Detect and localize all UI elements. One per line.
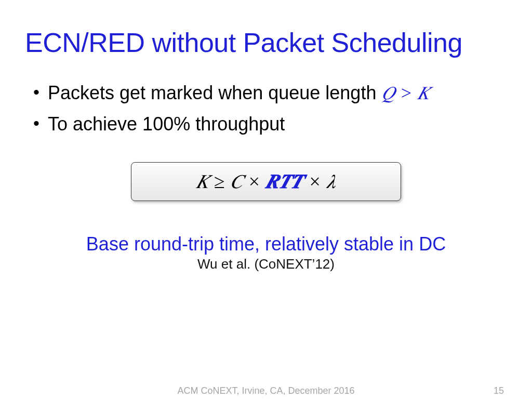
formula-post: × 𝜆	[303, 170, 336, 192]
bullet-1-math: 𝑄 > 𝐾	[381, 83, 429, 103]
bullet-item-2: To achieve 100% throughput	[48, 110, 507, 138]
formula-rtt: 𝑹𝑻𝑻	[265, 170, 303, 192]
bullet-list: Packets get marked when queue length 𝑄 >…	[0, 58, 532, 138]
page-number: 15	[494, 385, 504, 396]
formula: 𝐾 ≥ 𝐶 × 𝑹𝑻𝑻 × 𝜆	[196, 170, 336, 192]
footer-venue: ACM CoNEXT, Irvine, CA, December 2016	[177, 385, 354, 396]
formula-pre: 𝐾 ≥ 𝐶 ×	[196, 170, 266, 192]
caption-block: Base round-trip time, relatively stable …	[0, 233, 532, 272]
formula-box: 𝐾 ≥ 𝐶 × 𝑹𝑻𝑻 × 𝜆	[131, 162, 401, 201]
caption-sub: Wu et al. (CoNEXT’12)	[0, 256, 532, 272]
slide-title: ECN/RED without Packet Scheduling	[0, 0, 532, 58]
caption-main: Base round-trip time, relatively stable …	[0, 233, 532, 255]
bullet-item-1: Packets get marked when queue length 𝑄 >…	[48, 79, 507, 107]
bullet-1-text: Packets get marked when queue length	[48, 82, 381, 103]
bullet-2-text: To achieve 100% throughput	[48, 113, 285, 135]
slide: ECN/RED without Packet Scheduling Packet…	[0, 0, 532, 399]
